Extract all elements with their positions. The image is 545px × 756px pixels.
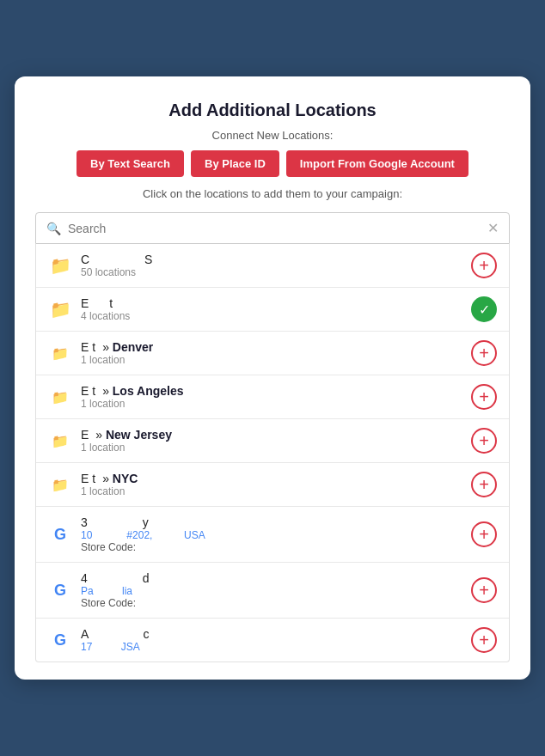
location-name: 4 d bbox=[81, 571, 471, 585]
google-icon: G bbox=[48, 522, 72, 546]
add-location-button[interactable]: + bbox=[471, 253, 497, 278]
location-count: 1 location bbox=[81, 354, 471, 366]
clear-icon[interactable]: ✕ bbox=[487, 220, 499, 236]
location-info: Et » NYC 1 location bbox=[81, 472, 471, 497]
location-name: Et » NYC bbox=[81, 472, 471, 485]
store-code: Store Code: bbox=[81, 597, 471, 609]
location-name: 3 y bbox=[81, 515, 471, 529]
location-info: A c 17 JSA bbox=[81, 627, 471, 653]
location-count: 50 locations bbox=[81, 266, 471, 278]
subfolder-icon: 📁 bbox=[48, 472, 72, 497]
add-location-button[interactable]: + bbox=[471, 384, 497, 410]
list-item[interactable]: 📁 Et » Denver 1 location + bbox=[36, 332, 509, 375]
add-location-button[interactable]: + bbox=[471, 340, 497, 366]
list-item[interactable]: G A c 17 JSA + bbox=[36, 619, 509, 662]
location-info: 3 y 10 #202, USA Store Code: bbox=[81, 515, 471, 553]
location-count: 1 location bbox=[81, 398, 471, 410]
location-info: E t 4 locations bbox=[81, 296, 471, 322]
add-location-button[interactable]: + bbox=[471, 577, 497, 603]
connect-label: Connect New Locations: bbox=[35, 129, 510, 142]
google-icon: G bbox=[48, 578, 72, 602]
list-item[interactable]: 📁 E » New Jersey 1 location + bbox=[36, 419, 509, 463]
google-import-button[interactable]: Import From Google Account bbox=[286, 150, 468, 177]
folder-icon: 📁 bbox=[48, 297, 72, 321]
location-address: 17 JSA bbox=[81, 641, 471, 653]
location-info: C S 50 locations bbox=[81, 253, 471, 278]
folder-icon: 📁 bbox=[48, 253, 72, 277]
search-input[interactable] bbox=[68, 222, 487, 235]
subfolder-icon: 📁 bbox=[48, 341, 72, 365]
list-item[interactable]: 📁 Et » Los Angeles 1 location + bbox=[36, 375, 509, 419]
search-wrapper: 🔍 ✕ bbox=[35, 212, 510, 244]
add-location-button[interactable]: + bbox=[471, 428, 497, 454]
location-name: E » New Jersey bbox=[81, 428, 471, 442]
location-info: Et » Los Angeles 1 location bbox=[81, 384, 471, 410]
modal-title: Add Additional Locations bbox=[35, 101, 510, 120]
location-name: A c bbox=[81, 627, 471, 641]
click-hint: Click on the locations to add them to yo… bbox=[35, 187, 510, 200]
location-name: E t bbox=[81, 296, 471, 310]
location-count: 1 location bbox=[81, 485, 471, 497]
add-location-button[interactable]: + bbox=[471, 521, 497, 547]
text-search-button[interactable]: By Text Search bbox=[77, 150, 184, 177]
add-location-button[interactable]: + bbox=[471, 472, 497, 497]
location-info: E » New Jersey 1 location bbox=[81, 428, 471, 454]
connect-buttons-row: By Text Search By Place ID Import From G… bbox=[35, 150, 510, 177]
list-item[interactable]: G 3 y 10 #202, USA Store Code: + bbox=[36, 507, 509, 563]
location-count: 4 locations bbox=[81, 310, 471, 322]
search-icon: 🔍 bbox=[46, 222, 61, 235]
location-address: 10 #202, USA bbox=[81, 529, 471, 541]
location-name: Et » Los Angeles bbox=[81, 384, 471, 398]
list-item[interactable]: 📁 Et » NYC 1 location + bbox=[36, 463, 509, 507]
subfolder-icon: 📁 bbox=[48, 385, 72, 409]
location-name: C S bbox=[81, 253, 471, 266]
location-list: 📁 C S 50 locations + 📁 E t 4 locat bbox=[35, 244, 510, 662]
add-locations-modal: Add Additional Locations Connect New Loc… bbox=[15, 76, 530, 680]
location-info: Et » Denver 1 location bbox=[81, 340, 471, 366]
list-item[interactable]: G 4 d Pa lia Store Code: + bbox=[36, 563, 509, 619]
google-icon: G bbox=[48, 628, 72, 652]
place-id-button[interactable]: By Place ID bbox=[191, 150, 279, 177]
add-location-button[interactable]: + bbox=[471, 627, 497, 653]
location-name: Et » Denver bbox=[81, 340, 471, 354]
location-count: 1 location bbox=[81, 442, 471, 454]
added-check-button[interactable]: ✓ bbox=[471, 296, 497, 322]
list-item[interactable]: 📁 C S 50 locations + bbox=[36, 244, 509, 288]
subfolder-icon: 📁 bbox=[48, 429, 72, 453]
list-item[interactable]: 📁 E t 4 locations ✓ bbox=[36, 288, 509, 332]
location-address: Pa lia bbox=[81, 585, 471, 597]
location-info: 4 d Pa lia Store Code: bbox=[81, 571, 471, 609]
store-code: Store Code: bbox=[81, 541, 471, 553]
